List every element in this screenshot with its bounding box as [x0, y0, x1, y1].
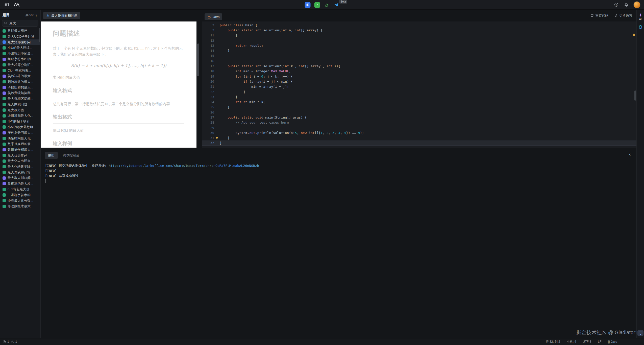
console-link[interactable]: https://bytedance.larkoffice.com/share/b…: [109, 164, 259, 168]
list-item[interactable]: 最大化未出现自...: [0, 158, 40, 164]
status-item[interactable]: 行 32, 列 2: [546, 340, 560, 344]
tab-output[interactable]: 输出: [45, 152, 58, 159]
tab-debug-console[interactable]: 调试控制台: [63, 153, 79, 158]
list-item[interactable]: 最大战力值: [0, 107, 40, 113]
code-line[interactable]: 18 int min = Integer.MAX_VALUE;: [202, 69, 636, 74]
lightbulb-icon[interactable]: [214, 136, 220, 140]
list-item[interactable]: 修改数组求最大: [0, 203, 40, 209]
code-line[interactable]: 13 return result;: [202, 43, 636, 48]
code-line[interactable]: 11 }: [202, 33, 636, 38]
list-item[interactable]: 快乐时间最大化: [0, 135, 40, 141]
sidebar-scrollbar[interactable]: [39, 28, 40, 42]
code-line[interactable]: 16: [202, 58, 636, 63]
code-text: public static int solution(int n, int[] …: [220, 28, 636, 32]
list-item[interactable]: 最大矩形面积问...: [0, 39, 40, 45]
code-line[interactable]: 32}: [202, 141, 636, 146]
line-number: 31: [202, 136, 214, 140]
sidebar-toggle-button[interactable]: [4, 2, 10, 8]
problem-title: 最大乘积区间问...: [8, 97, 33, 101]
code-line[interactable]: 30 System.out.println(solution(n:5, new …: [202, 130, 636, 135]
debug-bug-icon[interactable]: [324, 2, 330, 8]
list-item[interactable]: 0, 1背包最大价...: [0, 187, 40, 192]
code-line[interactable]: 28 // Add your test cases here: [202, 120, 636, 125]
list-item[interactable]: 小C的帖子吸引...: [0, 119, 40, 124]
problem-scrollbar[interactable]: [197, 43, 199, 76]
code-line[interactable]: 31 }: [202, 135, 636, 141]
list-item[interactable]: 最大相等分割汇...: [0, 62, 40, 67]
console-cursor: [45, 179, 45, 183]
problem-title: 二进制字符串的...: [8, 193, 33, 197]
status-item[interactable]: 空格: 4: [567, 340, 576, 344]
list-item[interactable]: 最大UCC子串计算: [0, 34, 40, 39]
list-item[interactable]: 组成字符串ku的...: [0, 56, 40, 62]
status-item[interactable]: LF: [598, 340, 601, 343]
list-item[interactable]: Cion 勒索病毒...: [0, 68, 40, 73]
log-level: [INFO]: [45, 164, 57, 168]
code-line[interactable]: 29: [202, 125, 636, 130]
problem-count: 共 500 个: [26, 13, 38, 17]
list-item[interactable]: 寻找最大葫芦: [0, 28, 40, 34]
list-item[interactable]: 翻转增益的最大...: [0, 79, 40, 85]
list-item[interactable]: 数字替换后的最...: [0, 141, 40, 147]
code-line[interactable]: 12: [202, 38, 636, 43]
code-line[interactable]: 14 }: [202, 48, 636, 53]
code-line[interactable]: 21 min = array[i + j];: [202, 84, 636, 89]
list-item[interactable]: 英雄升级与奖励...: [0, 90, 40, 96]
problem-title: 环形数组中的最...: [8, 51, 33, 56]
list-item[interactable]: 最大异或和计算: [0, 170, 40, 175]
list-item[interactable]: 序列划分与最大...: [0, 130, 40, 135]
status-item[interactable]: UTF-8: [583, 340, 591, 343]
difficulty-badge-icon: [3, 35, 6, 38]
user-avatar[interactable]: [633, 1, 640, 8]
list-item[interactable]: 环形数组中的最...: [0, 51, 40, 56]
list-item[interactable]: 小M的最大化数组: [0, 124, 40, 130]
reset-code-button[interactable]: 重置代码: [590, 13, 608, 18]
code-line[interactable]: 19 for (int j = 0; j < k; j++) {: [202, 74, 636, 79]
open-panel-button[interactable]: [637, 330, 643, 336]
status-item[interactable]: {} Java: [608, 340, 617, 343]
code-line[interactable]: 23 }: [202, 94, 636, 99]
notification-bell-icon[interactable]: [623, 2, 629, 8]
list-item[interactable]: 最大优美排列: [0, 153, 40, 158]
ai-assistant-button[interactable]: AI: [638, 13, 642, 20]
problems-status[interactable]: 1 1: [3, 340, 17, 343]
list-item[interactable]: 最大敌人捕获问...: [0, 175, 40, 181]
code-line[interactable]: 25 }: [202, 105, 636, 110]
run-app-icon[interactable]: [314, 2, 320, 8]
language-chip[interactable]: Java: [205, 13, 222, 20]
list-item[interactable]: 子数组和的最大...: [0, 85, 40, 90]
search-input[interactable]: [9, 21, 36, 25]
help-icon[interactable]: ?: [613, 2, 619, 8]
code-line[interactable]: 17 public static int solution2(int k , i…: [202, 63, 636, 68]
assistant-icon[interactable]: [638, 25, 642, 30]
editor-scrollbar[interactable]: [634, 90, 636, 101]
list-item[interactable]: 象棋马的最大权...: [0, 181, 40, 187]
list-item[interactable]: 英雄决斗的最大...: [0, 73, 40, 79]
code-line[interactable]: 22 }: [202, 89, 636, 94]
list-item[interactable]: 最大化糖果美味...: [0, 164, 40, 169]
list-item[interactable]: 令牌最大化分数...: [0, 198, 40, 203]
list-item[interactable]: 数组操作和最大...: [0, 147, 40, 152]
list-item[interactable]: 农田灌溉最大化...: [0, 113, 40, 119]
code-line[interactable]: 2public class Main {: [202, 22, 636, 28]
list-item[interactable]: 最大乘积区间问...: [0, 96, 40, 102]
code-line[interactable]: 3 public static int solution(int n, int[…: [202, 28, 636, 33]
code-line[interactable]: 26: [202, 110, 636, 115]
difficulty-badge-icon: [3, 52, 6, 55]
code-line[interactable]: 27 public static void main(String[] args…: [202, 115, 636, 120]
telegram-app-icon[interactable]: [334, 2, 339, 8]
code-editor[interactable]: 2public class Main {3 public static int …: [202, 21, 636, 148]
code-line[interactable]: 20 if (array[i + j] < min) {: [202, 79, 636, 84]
list-item[interactable]: 二进制字符串的...: [0, 192, 40, 198]
list-item[interactable]: 最大乘积问题: [0, 102, 40, 107]
code-text: }: [220, 95, 636, 99]
code-line[interactable]: 15: [202, 53, 636, 58]
close-icon[interactable]: ×: [629, 153, 631, 157]
app-logo[interactable]: [14, 2, 20, 8]
code-line[interactable]: 24 return min * k;: [202, 99, 636, 104]
panel-app-icon[interactable]: [305, 2, 311, 8]
switch-language-button[interactable]: 切换语言: [614, 13, 632, 18]
list-item[interactable]: 小U的最大连续...: [0, 45, 40, 51]
problem-chip[interactable]: 最大矩形面积问题: [43, 12, 80, 19]
line-number: 29: [202, 126, 214, 130]
